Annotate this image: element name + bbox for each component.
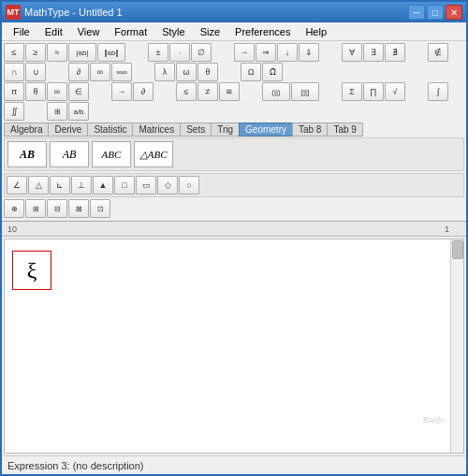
doc-name: Untitled 1	[79, 7, 122, 18]
menu-bar: File Edit View Format Style Size Prefere…	[2, 22, 466, 41]
tb-btn-neq[interactable]: ≠	[197, 82, 218, 101]
tb-btn-notin[interactable]: ∉	[428, 43, 448, 62]
tb-btn-triangle-outline[interactable]: △	[28, 176, 49, 195]
tb-btn-pi[interactable]: π	[4, 82, 24, 101]
tb-btn-triangle-solid[interactable]: ▲	[93, 176, 113, 195]
menu-size[interactable]: Size	[193, 24, 227, 39]
maximize-button[interactable]: □	[427, 5, 444, 20]
tb-btn-partial[interactable]: ∂	[68, 63, 89, 81]
tb-btn-approx[interactable]: ≈	[47, 43, 67, 62]
main-editor-area: 10 1 ξ Baidu	[2, 222, 466, 455]
tb-btn-arrow-r[interactable]: →	[234, 43, 255, 62]
style-tabs: Algebra Derive Statistic Matrices Sets T…	[4, 123, 464, 137]
math-box[interactable]: ξ	[12, 251, 51, 290]
tb-btn-arrow-r2[interactable]: ⇒	[256, 43, 276, 62]
tb-btn-sqrt[interactable]: √	[385, 82, 405, 101]
style-tab-8[interactable]: Tab 8	[292, 123, 327, 137]
tb-btn-rarrow[interactable]: →	[111, 82, 132, 101]
tb-btn-prod[interactable]: ∏	[363, 82, 384, 101]
tb-btn-leq2[interactable]: ≤	[176, 82, 197, 101]
style-tab-matrices[interactable]: Matrices	[132, 123, 180, 137]
tb-btn-intersect[interactable]: ∩	[4, 63, 24, 81]
tb-btn-square[interactable]: □	[114, 176, 135, 195]
tb-btn-extra3[interactable]: ⊟	[47, 199, 67, 218]
tb-btn-lambda[interactable]: λ	[154, 63, 175, 81]
tpl-btn-AB-bold[interactable]: AB	[7, 141, 47, 167]
tb-btn-diamond[interactable]: ◇	[157, 176, 178, 195]
tb-btn-matrix[interactable]: ⊞	[47, 102, 67, 121]
style-tab-geometry[interactable]: Geometry	[239, 123, 292, 137]
tb-btn-norm[interactable]: ‖ab‖	[97, 43, 125, 62]
tb-btn-abs[interactable]: |ab|	[68, 43, 96, 62]
tb-btn-geq[interactable]: ≥	[25, 43, 46, 62]
tb-btn-Omega[interactable]: Ω	[241, 63, 261, 81]
minimize-button[interactable]: ─	[408, 5, 425, 20]
tb-btn-forall2[interactable]: ∄	[385, 43, 405, 62]
tb-btn-theta2[interactable]: θ	[25, 82, 46, 101]
scrollbar-thumb[interactable]	[452, 240, 463, 259]
tb-btn-sum[interactable]: Σ	[342, 82, 362, 101]
style-tab-algebra[interactable]: Algebra	[4, 123, 48, 137]
menu-edit[interactable]: Edit	[37, 24, 70, 39]
tb-btn-right-angle[interactable]: ⊾	[50, 176, 70, 195]
tb-btn-theta[interactable]: θ	[197, 63, 218, 81]
tb-btn-exists[interactable]: ∃	[363, 43, 384, 62]
edit-area[interactable]: ξ Baidu	[4, 238, 464, 454]
tb-btn-arrow-d[interactable]: ↓	[277, 43, 298, 62]
tb-btn-empty-set[interactable]: ∅	[191, 43, 212, 62]
tb-btn-angle[interactable]: ∠	[7, 176, 27, 195]
tb-btn-partial2[interactable]: ∂	[133, 82, 154, 101]
scrollbar-track[interactable]	[450, 239, 463, 453]
tb-btn-inf[interactable]: ∞	[90, 63, 110, 81]
tb-btn-extra2[interactable]: ⊞	[25, 199, 46, 218]
app-icon-text: MT	[7, 7, 20, 17]
ruler-label: 10	[7, 224, 17, 234]
style-tab-trig[interactable]: Trig	[211, 123, 239, 137]
style-tab-statistic[interactable]: Statistic	[87, 123, 132, 137]
tb-btn-cup[interactable]: ∪	[25, 63, 46, 81]
tpl-btn-ABC-normal[interactable]: △ABC	[134, 141, 173, 167]
tb-btn-plus-minus[interactable]: ±	[148, 43, 168, 62]
tb-btn-sep8	[90, 82, 110, 101]
toolbar-row-2: π θ ∞ ∈ → ∂ ≤ ≠ ≅ (||) [||] Σ ∏ √ ∫ ∬ ⊞ …	[4, 82, 464, 121]
app-window: MT MathType - Untitled 1 ─ □ ✕ File Edit…	[0, 0, 468, 476]
style-tab-9[interactable]: Tab 9	[327, 123, 362, 137]
tb-btn-extra4[interactable]: ⊠	[68, 199, 89, 218]
menu-format[interactable]: Format	[107, 24, 154, 39]
tb-btn-frac[interactable]: a/b	[68, 102, 89, 121]
tpl-btn-AB-italic[interactable]: AB	[50, 141, 89, 167]
style-tab-derive[interactable]: Derive	[48, 123, 87, 137]
tb-btn-int[interactable]: ∫	[428, 82, 448, 101]
menu-preferences[interactable]: Preferences	[227, 24, 298, 39]
tb-btn-sep10	[241, 82, 261, 101]
tb-btn-in[interactable]: ∈	[68, 82, 89, 101]
tb-btn-arrow-d2[interactable]: ⇓	[299, 43, 319, 62]
tb-btn-paren[interactable]: (||)	[262, 82, 290, 101]
tb-btn-Omega2[interactable]: Ω̂	[262, 63, 283, 81]
tb-btn-cong[interactable]: ≅	[219, 82, 240, 101]
ruler: 10 1	[2, 222, 466, 237]
tb-btn-bracket[interactable]: [||]	[291, 82, 319, 101]
watermark: Baidu	[423, 415, 445, 425]
tpl-btn-ABC-caps[interactable]: ABC	[92, 141, 131, 167]
tb-btn-dot[interactable]: ·	[169, 43, 190, 62]
tb-btn-sep7	[219, 63, 240, 81]
tb-btn-forall[interactable]: ∀	[342, 43, 362, 62]
menu-file[interactable]: File	[6, 24, 37, 39]
menu-style[interactable]: Style	[154, 24, 192, 39]
tb-btn-rect[interactable]: ▭	[136, 176, 156, 195]
tb-btn-leq[interactable]: ≤	[4, 43, 24, 62]
menu-help[interactable]: Help	[298, 24, 334, 39]
tb-btn-perp[interactable]: ⊥	[71, 176, 92, 195]
tb-btn-inf2[interactable]: ∞∞	[111, 63, 132, 81]
menu-view[interactable]: View	[70, 24, 108, 39]
tb-btn-circle[interactable]: ○	[179, 176, 199, 195]
close-button[interactable]: ✕	[446, 5, 462, 20]
tb-btn-sep12	[406, 82, 427, 101]
tb-btn-extra1[interactable]: ⊕	[4, 199, 24, 218]
tb-btn-omega[interactable]: ω	[176, 63, 197, 81]
tb-btn-inf3[interactable]: ∞	[47, 82, 67, 101]
style-tab-sets[interactable]: Sets	[180, 123, 211, 137]
tb-btn-extra5[interactable]: ⊡	[90, 199, 110, 218]
tb-btn-iint[interactable]: ∬	[4, 102, 24, 121]
